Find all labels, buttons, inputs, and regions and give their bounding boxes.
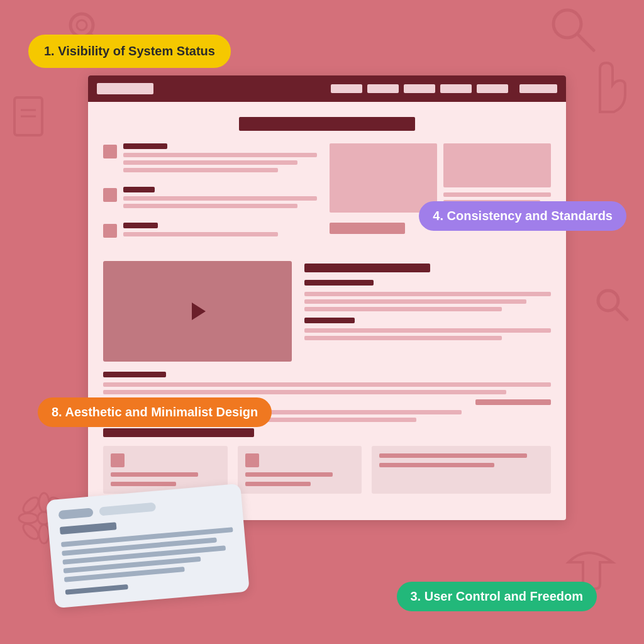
- list-title-3: [123, 223, 158, 228]
- video-text-row: [103, 261, 551, 362]
- sc-title: [60, 522, 117, 535]
- vt-line-5: [304, 336, 502, 340]
- list-icon-2: [103, 188, 117, 202]
- svg-point-3: [553, 10, 581, 38]
- list-lines-3: [123, 223, 317, 240]
- fc-line-3a: [379, 453, 527, 458]
- svg-point-8: [39, 525, 49, 543]
- svg-point-9: [19, 513, 38, 523]
- nav-link-4: [440, 84, 472, 93]
- list-item-1: [103, 143, 317, 175]
- svg-point-0: [70, 14, 93, 36]
- vt-line-1: [304, 292, 551, 296]
- nav-logo: [97, 83, 153, 94]
- play-icon: [192, 303, 206, 320]
- vt-line-3: [304, 307, 502, 311]
- small-card-overlay: [46, 484, 250, 608]
- bs-main-title: [103, 428, 254, 437]
- fc-line-2a: [245, 472, 333, 477]
- list-lines-2: [123, 187, 317, 211]
- content-grid-row1: [103, 143, 551, 251]
- browser-navbar: [88, 75, 566, 102]
- sc-short-line: [65, 584, 128, 595]
- bs-mid-right: [475, 399, 551, 405]
- video-block: [103, 261, 292, 362]
- vt-line-4: [304, 328, 551, 333]
- svg-point-14: [21, 521, 42, 542]
- browser-content: [88, 102, 566, 520]
- fc-icon-2: [245, 453, 259, 467]
- footer-row: [103, 446, 551, 494]
- small-card-header: [58, 496, 231, 519]
- fc-line-2b: [245, 482, 311, 486]
- tooltip-user-control: 3. User Control and Freedom: [397, 582, 597, 611]
- list-text-2b: [123, 204, 297, 208]
- nav-cta-button: [519, 84, 557, 93]
- list-text-1c: [123, 168, 278, 172]
- svg-point-18: [598, 291, 618, 311]
- list-text-1a: [123, 153, 317, 157]
- list-icon-1: [103, 145, 117, 158]
- footer-card-2: [238, 446, 362, 494]
- sc-pill-2: [99, 502, 156, 516]
- video-short-line: [304, 318, 355, 323]
- list-text-2a: [123, 196, 317, 201]
- fc-icon-1: [111, 453, 125, 467]
- nav-links: [331, 84, 508, 93]
- svg-line-4: [577, 34, 594, 50]
- list-title-1: [123, 143, 167, 149]
- list-item-2: [103, 187, 317, 211]
- fc-line-1a: [111, 472, 198, 477]
- nav-link-3: [404, 84, 435, 93]
- list-icon-3: [103, 224, 117, 238]
- bs-line-2: [103, 390, 506, 394]
- tooltip-visibility: 1. Visibility of System Status: [28, 35, 231, 68]
- tooltip-consistency: 4. Consistency and Standards: [419, 201, 626, 231]
- bs-line-1: [103, 382, 551, 387]
- tooltip-aesthetic: 8. Aesthetic and Minimalist Design: [38, 397, 272, 427]
- fc-line-1b: [111, 482, 176, 486]
- right-button: [330, 223, 405, 234]
- fc-line-3b: [379, 463, 494, 467]
- video-text-content: [304, 261, 551, 362]
- browser-window: [88, 75, 566, 520]
- nav-link-2: [367, 84, 399, 93]
- svg-rect-15: [14, 97, 42, 135]
- svg-line-19: [616, 308, 627, 319]
- list-title-2: [123, 187, 155, 192]
- bs-small-title: [103, 372, 166, 377]
- nav-link-1: [331, 84, 362, 93]
- list-lines-1: [123, 143, 317, 175]
- right-text-top: [443, 143, 551, 187]
- hero-title-bar: [239, 117, 415, 131]
- nav-link-5: [477, 84, 508, 93]
- list-text-1b: [123, 160, 297, 165]
- rc-line-1: [443, 192, 551, 197]
- right-image-block: [330, 143, 437, 213]
- video-subtitle: [304, 280, 374, 286]
- svg-point-2: [77, 20, 87, 30]
- footer-card-3: [372, 446, 551, 494]
- video-title: [304, 264, 430, 272]
- left-column: [103, 143, 317, 251]
- list-item-3: [103, 223, 317, 240]
- vt-line-2: [304, 299, 526, 304]
- svg-point-11: [21, 495, 42, 516]
- right-column: [330, 143, 551, 251]
- sc-pill-1: [58, 508, 94, 519]
- list-text-3a: [123, 232, 278, 236]
